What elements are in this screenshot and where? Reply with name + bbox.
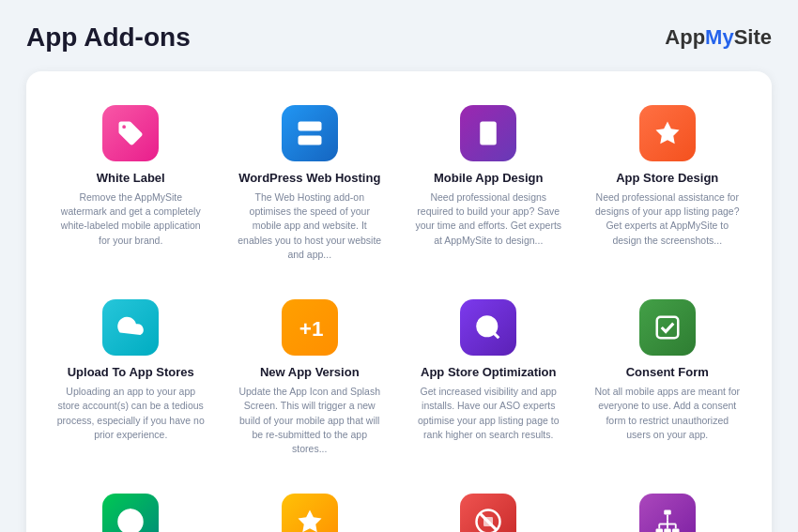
card-desc-consent-form: Not all mobile apps are meant for everyo…: [593, 385, 743, 442]
icon-upload-to-app-stores: [102, 299, 159, 356]
brand-app: App: [665, 25, 705, 49]
svg-rect-1: [298, 136, 321, 145]
icon-feature-my-app: [282, 494, 338, 532]
card-app-store-design[interactable]: App Store Design Need professional assis…: [586, 98, 750, 269]
card-white-label[interactable]: White Label Remove the AppMySite waterma…: [49, 98, 213, 269]
card-upload-to-app-stores[interactable]: Upload To App Stores Uploading an app to…: [49, 292, 213, 464]
brand-my: My: [705, 25, 734, 49]
svg-marker-13: [298, 510, 321, 532]
icon-prevent-screenshot: [460, 494, 516, 532]
icon-wordpress-web-hosting: [282, 105, 338, 161]
card-consent-form[interactable]: Consent Form Not all mobile apps are mea…: [586, 292, 750, 464]
card-desc-wordpress-web-hosting: The Web Hosting add-on optimises the spe…: [236, 190, 385, 262]
icon-consent-form: [639, 299, 696, 356]
card-title-app-store-design: App Store Design: [616, 171, 718, 185]
svg-rect-0: [298, 122, 321, 131]
card-desc-new-app-version: Update the App Icon and Splash Screen. T…: [236, 385, 385, 456]
icon-white-label: [102, 105, 159, 161]
card-prevent-screenshot[interactable]: Prevent Screenshot Select this add-on to…: [407, 486, 571, 532]
card-desc-mobile-app-design: Need professional designs required to bu…: [414, 190, 563, 248]
card-title-upload-to-app-stores: Upload To App Stores: [68, 365, 194, 379]
card-desc-app-store-design: Need professional assistance for designs…: [593, 190, 743, 248]
icon-multisite: [639, 494, 696, 532]
card-wordpress-web-hosting[interactable]: WordPress Web Hosting The Web Hosting ad…: [228, 98, 392, 269]
cards-grid: White Label Remove the AppMySite waterma…: [49, 98, 749, 532]
svg-text:+1: +1: [299, 317, 324, 341]
card-multisite[interactable]: Multisite Select this add-on to prevent …: [586, 486, 750, 532]
icon-language-support: [102, 494, 159, 532]
card-mobile-app-design[interactable]: Mobile App Design Need professional desi…: [407, 98, 571, 269]
icon-mobile-app-design: [460, 105, 516, 161]
card-language-support[interactable]: Language Support Get your app in the lan…: [49, 486, 213, 532]
icon-app-store-design: [639, 105, 696, 161]
icon-new-app-version: +1: [282, 299, 338, 356]
brand-logo: AppMySite: [665, 25, 772, 50]
svg-rect-16: [483, 517, 493, 526]
card-title-wordpress-web-hosting: WordPress Web Hosting: [238, 171, 380, 185]
card-title-consent-form: Consent Form: [626, 365, 709, 379]
svg-rect-10: [657, 317, 679, 339]
card-new-app-version[interactable]: +1 New App Version Update the App Icon a…: [228, 292, 392, 464]
card-desc-white-label: Remove the AppMySite watermark and get a…: [56, 190, 206, 248]
card-title-app-store-optimization: App Store Optimization: [421, 365, 556, 379]
card-desc-app-store-optimization: Get increased visibility and app install…: [414, 385, 563, 442]
page-header: App Add-ons AppMySite: [26, 23, 772, 53]
card-title-white-label: White Label: [97, 171, 165, 185]
card-app-store-optimization[interactable]: App Store Optimization Get increased vis…: [407, 292, 571, 464]
card-feature-my-app[interactable]: Feature My App Feature your mobile app o…: [228, 486, 392, 532]
card-title-new-app-version: New App Version: [260, 365, 360, 379]
icon-app-store-optimization: [460, 299, 516, 356]
svg-line-9: [494, 333, 499, 338]
svg-point-8: [478, 317, 497, 336]
svg-rect-17: [664, 510, 671, 515]
cards-container: White Label Remove the AppMySite waterma…: [26, 71, 772, 532]
brand-site: Site: [734, 25, 772, 49]
page-title: App Add-ons: [26, 23, 191, 53]
card-desc-upload-to-app-stores: Uploading an app to your app store accou…: [56, 385, 206, 442]
card-title-mobile-app-design: Mobile App Design: [434, 171, 544, 185]
